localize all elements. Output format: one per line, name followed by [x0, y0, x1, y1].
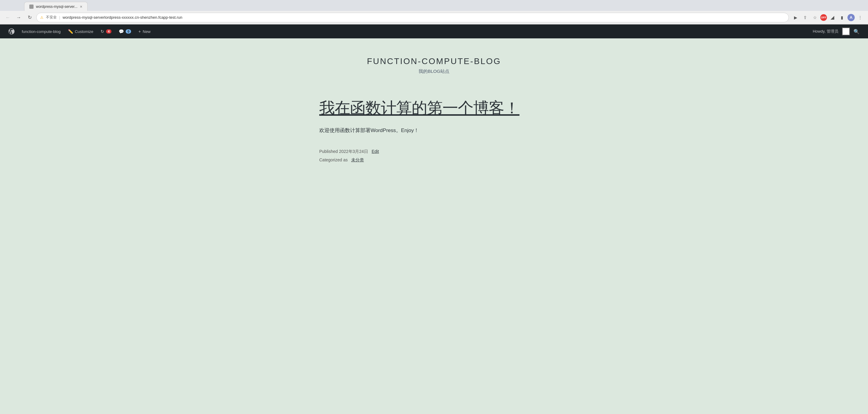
- split-view-button[interactable]: ▮: [838, 13, 846, 22]
- blog-tagline: 我的BLOG站点: [6, 68, 862, 75]
- comments-badge: 0: [126, 29, 131, 33]
- post-title-link[interactable]: 我在函数计算的第一个博客！: [319, 99, 520, 117]
- tab-favicon: [29, 4, 33, 9]
- wp-admin-bar-right: Howdy, 管理员 🔍: [809, 25, 863, 38]
- blog-post: 我在函数计算的第一个博客！ 欢迎使用函数计算部署WordPress。Enjoy！…: [319, 98, 549, 164]
- new-label: New: [143, 29, 151, 34]
- customize-icon: ✏️: [68, 29, 73, 34]
- post-excerpt: 欢迎使用函数计算部署WordPress。Enjoy！: [319, 126, 549, 135]
- new-content-item[interactable]: + New: [135, 25, 154, 38]
- post-published-meta: Published 2022年3月24日 Edit: [319, 147, 549, 156]
- published-date: 2022年3月24日: [339, 149, 368, 154]
- blog-site-title: FUNCTION-COMPUTE-BLOG: [6, 57, 862, 66]
- insecure-icon: ⚠: [40, 16, 43, 20]
- browser-chrome: wordpress-mysql-server... × ← → ↻ ⚠ 不安全 …: [0, 0, 868, 25]
- blog-posts: 我在函数计算的第一个博客！ 欢迎使用函数计算部署WordPress。Enjoy！…: [319, 98, 549, 164]
- admin-bar-search-button[interactable]: 🔍: [850, 25, 863, 38]
- category-link[interactable]: 未分类: [351, 157, 364, 162]
- bookmark-button[interactable]: ☆: [811, 13, 819, 22]
- download-button[interactable]: ⇪: [801, 13, 809, 22]
- forward-button[interactable]: →: [14, 13, 23, 22]
- site-name-label: function-compute-blog: [22, 29, 61, 34]
- updates-item[interactable]: ↻ 4: [97, 25, 115, 38]
- color-swatch[interactable]: [842, 28, 850, 35]
- blog-content: FUNCTION-COMPUTE-BLOG 我的BLOG站点 我在函数计算的第一…: [0, 38, 868, 414]
- reload-button[interactable]: ↻: [25, 13, 34, 22]
- insecure-label: 不安全: [46, 15, 57, 20]
- new-icon: +: [138, 29, 141, 34]
- wp-admin-bar-left: function-compute-blog ✏️ Customize ↻ 4 💬…: [5, 25, 154, 38]
- howdy-text: Howdy, 管理员: [809, 29, 842, 34]
- address-bar-container[interactable]: ⚠ 不安全 |: [36, 13, 789, 22]
- wp-logo-item[interactable]: [5, 25, 18, 38]
- menu-button[interactable]: ⋮: [856, 13, 864, 22]
- tab-close-button[interactable]: ×: [80, 4, 82, 9]
- categorized-label: Categorized as: [319, 157, 348, 162]
- updates-icon: ↻: [100, 29, 104, 34]
- extensions-button[interactable]: ◢: [828, 13, 837, 22]
- browser-tab-active[interactable]: wordpress-mysql-server... ×: [24, 2, 88, 11]
- edit-link[interactable]: Edit: [372, 149, 379, 154]
- extension-off-icon[interactable]: OFF: [820, 14, 827, 21]
- back-button[interactable]: ←: [4, 13, 12, 22]
- address-input[interactable]: [63, 15, 785, 20]
- customize-item[interactable]: ✏️ Customize: [64, 25, 97, 38]
- post-title: 我在函数计算的第一个博客！: [319, 98, 549, 117]
- tab-title: wordpress-mysql-server...: [36, 4, 77, 9]
- comments-item[interactable]: 💬 0: [115, 25, 135, 38]
- profile-avatar[interactable]: A: [847, 14, 855, 21]
- published-label: Published: [319, 149, 338, 154]
- wp-admin-bar: function-compute-blog ✏️ Customize ↻ 4 💬…: [0, 25, 868, 38]
- updates-badge: 4: [106, 29, 112, 33]
- address-separator: |: [59, 16, 60, 20]
- blog-header: FUNCTION-COMPUTE-BLOG 我的BLOG站点: [6, 57, 862, 75]
- site-name-item[interactable]: function-compute-blog: [18, 25, 64, 38]
- customize-label: Customize: [75, 29, 93, 34]
- browser-tabs: wordpress-mysql-server... ×: [0, 0, 868, 11]
- screen-cast-button[interactable]: ▶: [791, 13, 800, 22]
- wordpress-logo-icon: [8, 28, 14, 34]
- post-category-meta: Categorized as 未分类: [319, 156, 549, 164]
- comments-icon: 💬: [119, 29, 124, 34]
- post-meta: Published 2022年3月24日 Edit Categorized as…: [319, 147, 549, 164]
- browser-toolbar: ← → ↻ ⚠ 不安全 | ▶ ⇪ ☆ OFF ◢ ▮ A ⋮: [0, 11, 868, 24]
- toolbar-actions: ▶ ⇪ ☆ OFF ◢ ▮ A ⋮: [791, 13, 864, 22]
